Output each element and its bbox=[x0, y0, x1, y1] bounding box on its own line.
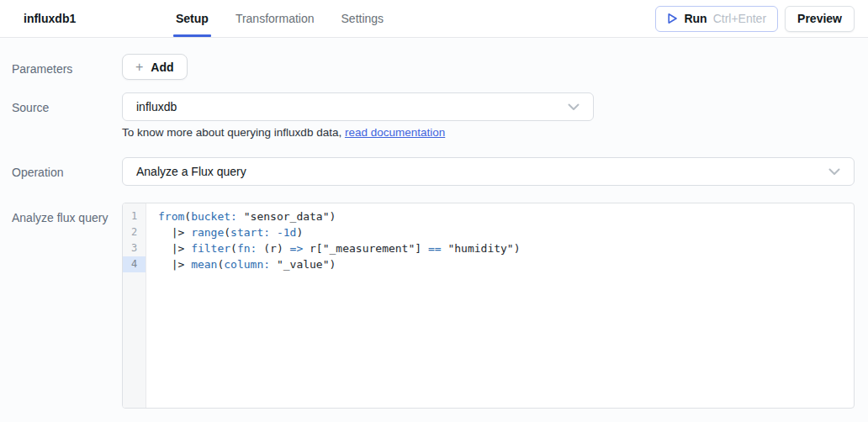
play-icon bbox=[667, 13, 678, 24]
editor-gutter: 1234 bbox=[123, 203, 146, 408]
tab-settings[interactable]: Settings bbox=[332, 0, 394, 37]
source-select[interactable]: influxdb bbox=[122, 92, 594, 121]
read-documentation-link[interactable]: read documentation bbox=[345, 126, 445, 139]
add-button-label: Add bbox=[151, 61, 173, 74]
line-number-2: 2 bbox=[123, 224, 146, 240]
source-row: Source influxdb To know more about query… bbox=[12, 92, 855, 139]
chevron-down-icon bbox=[568, 103, 580, 111]
line-number-4: 4 bbox=[123, 256, 146, 272]
source-select-value: influxdb bbox=[136, 100, 177, 113]
run-shortcut-hint: Ctrl+Enter bbox=[713, 12, 766, 25]
chevron-down-icon bbox=[828, 168, 840, 176]
line-number-3: 3 bbox=[123, 240, 146, 256]
flux-query-row: Analyze flux query 1234 from(bucket: "se… bbox=[12, 203, 855, 409]
tab-transformation[interactable]: Transformation bbox=[226, 0, 324, 37]
setup-form: Parameters + Add Source influxdb bbox=[0, 38, 868, 409]
run-label: Run bbox=[684, 12, 707, 25]
parameters-row: Parameters + Add bbox=[12, 54, 855, 80]
flux-query-code-editor[interactable]: 1234 from(bucket: "sensor_data") |> rang… bbox=[122, 203, 855, 409]
tab-setup[interactable]: Setup bbox=[167, 0, 218, 37]
source-help-message: To know more about querying influxdb dat… bbox=[122, 126, 345, 139]
operation-label: Operation bbox=[12, 157, 122, 182]
code-line-3[interactable]: |> filter(fn: (r) => r["_measurement"] =… bbox=[158, 240, 854, 256]
code-line-4[interactable]: |> mean(column: "_value") bbox=[158, 256, 854, 272]
line-number-1: 1 bbox=[123, 208, 146, 224]
header-tabs: SetupTransformationSettings bbox=[167, 0, 393, 37]
query-title: influxdb1 bbox=[24, 0, 143, 37]
source-label: Source bbox=[12, 92, 122, 117]
operation-select-value: Analyze a Flux query bbox=[136, 165, 246, 178]
source-help-text: To know more about querying influxdb dat… bbox=[122, 126, 855, 139]
operation-row: Operation Analyze a Flux query bbox=[12, 157, 855, 186]
plus-icon: + bbox=[135, 61, 143, 74]
add-parameter-button[interactable]: + Add bbox=[122, 54, 188, 80]
run-button[interactable]: Run Ctrl+Enter bbox=[655, 6, 778, 32]
header-actions: Run Ctrl+Enter Preview bbox=[655, 0, 855, 37]
flux-query-label: Analyze flux query bbox=[12, 203, 122, 227]
code-line-2[interactable]: |> range(start: -1d) bbox=[158, 224, 854, 240]
query-editor-panel: influxdb1 SetupTransformationSettings Ru… bbox=[0, 0, 868, 409]
operation-select[interactable]: Analyze a Flux query bbox=[122, 157, 855, 186]
parameters-label: Parameters bbox=[12, 54, 122, 78]
editor-code-area[interactable]: from(bucket: "sensor_data") |> range(sta… bbox=[146, 203, 854, 408]
code-line-1[interactable]: from(bucket: "sensor_data") bbox=[158, 208, 854, 224]
query-header: influxdb1 SetupTransformationSettings Ru… bbox=[0, 0, 868, 38]
preview-button[interactable]: Preview bbox=[785, 6, 855, 32]
